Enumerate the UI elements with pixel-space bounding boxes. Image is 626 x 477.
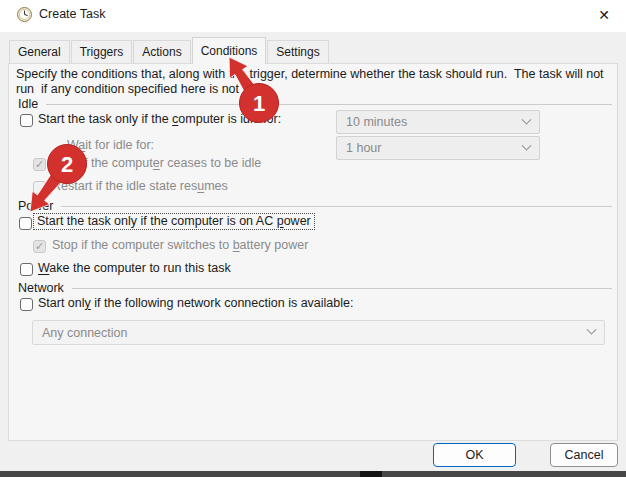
- tab-triggers[interactable]: Triggers: [71, 40, 133, 63]
- background-window-edge-segment: [360, 471, 382, 477]
- idle-group-header: Idle: [18, 97, 612, 111]
- restart-idle-checkbox: [33, 181, 46, 194]
- idle-duration-value: 10 minutes: [346, 115, 407, 129]
- idle-start-label: Start the task only if the computer is i…: [38, 112, 281, 126]
- tab-settings[interactable]: Settings: [267, 40, 328, 63]
- network-group-header: Network: [18, 281, 612, 295]
- tab-general[interactable]: General: [9, 40, 70, 63]
- window-title: Create Task: [39, 7, 105, 21]
- network-connection-value: Any connection: [42, 326, 127, 340]
- network-start-checkbox[interactable]: [20, 298, 33, 311]
- wait-duration-value: 1 hour: [346, 141, 381, 155]
- create-task-dialog: Create Task ✕ General Triggers Actions C…: [0, 0, 626, 477]
- close-icon[interactable]: ✕: [588, 2, 620, 28]
- chevron-down-icon: [522, 140, 532, 150]
- background-window-edge: [0, 471, 626, 477]
- power-group-divider: [61, 206, 612, 207]
- task-scheduler-clock-icon: [17, 7, 32, 22]
- ok-button[interactable]: OK: [433, 443, 516, 467]
- tab-conditions[interactable]: Conditions: [192, 37, 267, 64]
- network-connection-select: Any connection: [32, 320, 605, 345]
- wake-computer-checkbox[interactable]: [20, 263, 33, 276]
- battery-stop-checkbox: [33, 240, 46, 253]
- titlebar: Create Task ✕: [0, 0, 626, 32]
- focus-rectangle: Start the task only if the computer is o…: [33, 213, 315, 230]
- tab-strip: General Triggers Actions Conditions Sett…: [9, 40, 330, 64]
- wait-idle-label: Wait for idle for:: [67, 138, 154, 152]
- battery-stop-label: Stop if the computer switches to battery…: [52, 238, 308, 252]
- tab-actions[interactable]: Actions: [133, 40, 190, 63]
- idle-duration-select: 10 minutes: [336, 110, 540, 134]
- conditions-description: Specify the conditions that, along with …: [16, 67, 617, 97]
- restart-idle-label: Restart if the idle state resumes: [52, 179, 228, 193]
- ac-power-checkbox[interactable]: [19, 217, 32, 230]
- wake-computer-label: Wake the computer to run this task: [38, 261, 231, 275]
- stop-ceases-label: Stop if the computer ceases to be idle: [52, 156, 261, 170]
- network-group-divider: [72, 288, 612, 289]
- idle-start-checkbox[interactable]: [20, 114, 33, 127]
- stop-ceases-checkbox: [33, 158, 46, 171]
- idle-group-divider: [46, 104, 612, 105]
- network-start-label: Start only if the following network conn…: [38, 296, 353, 310]
- power-group-header: Power: [18, 199, 612, 213]
- network-group-label: Network: [18, 281, 64, 295]
- chevron-down-icon: [522, 114, 532, 124]
- chevron-down-icon: [587, 325, 597, 335]
- cancel-button[interactable]: Cancel: [550, 443, 618, 467]
- power-group-label: Power: [18, 199, 53, 213]
- ac-power-label: Start the task only if the computer is o…: [33, 214, 315, 228]
- wait-duration-select: 1 hour: [336, 136, 540, 160]
- idle-group-label: Idle: [18, 97, 38, 111]
